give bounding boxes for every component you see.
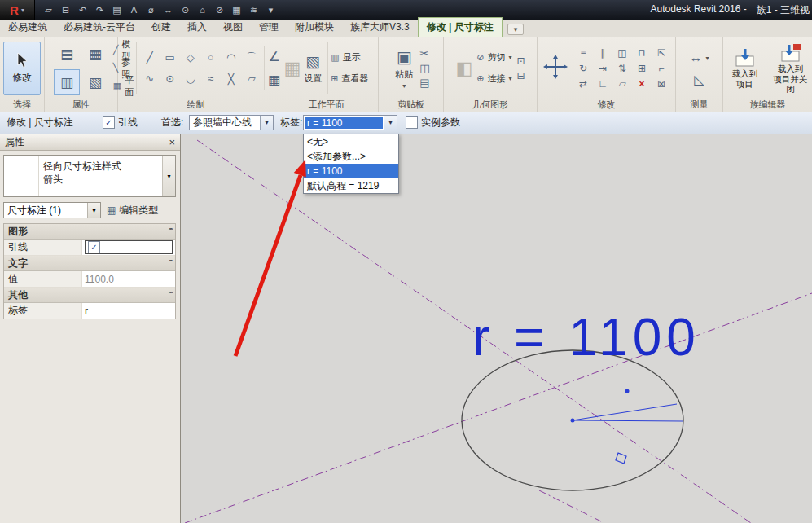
dropdown-option-none[interactable]: <无> [304,134,398,149]
panel-label-workplane[interactable]: 工作平面 [274,99,378,111]
section-graphics[interactable]: 图形 ˆˆ [4,224,175,240]
chevron-down-icon[interactable]: ▾ [384,116,397,130]
close-icon[interactable]: × [169,137,175,147]
chevron-down-icon[interactable]: ▾ [87,203,100,218]
tab-insert[interactable]: 插入 [179,18,215,37]
draw-line-button[interactable]: ╱ [139,47,160,68]
section-icon[interactable]: ⊘ [211,0,228,20]
draw-fillet-arc-button[interactable]: ≈ [200,68,221,90]
type-selector[interactable]: 径向尺寸标注样式 箭头 ▾ [3,155,176,197]
measure-icon[interactable]: ⌀ [143,0,160,20]
match-properties-icon[interactable]: ▤ [419,77,429,89]
trim-corner-button[interactable]: ∟ [593,76,612,91]
angle-measure-icon[interactable]: ◺ [694,72,704,87]
draw-polygon-button[interactable]: ◇ [180,47,200,68]
draw-circle-button[interactable]: ○ [200,47,221,68]
instance-parameter-checkbox[interactable] [406,116,418,129]
tab-biyi-cloud[interactable]: 必易建筑-云平台 [55,18,143,37]
section-other[interactable]: 其他 ˆˆ [4,288,175,303]
leader-checkbox[interactable]: ✓ [103,116,115,129]
visibility-settings-button[interactable]: ▧ [82,69,108,95]
draw-center-arc-button[interactable]: ⌒ [241,47,261,68]
unpin-button[interactable]: ⇄ [573,76,593,91]
element-filter-select[interactable]: 尺寸标注 (1) ▾ [3,202,101,218]
leader-option[interactable]: ✓ 引线 [103,112,138,133]
aligned-dimension-icon[interactable]: ↔ [160,0,177,20]
radius-dimension-line[interactable] [573,420,683,421]
panel-label-measure[interactable]: 测量 [676,99,722,111]
rotate-button[interactable]: ↻ [573,60,593,76]
tag-icon[interactable]: ⊙ [177,0,194,20]
align-button[interactable]: ≡ [573,45,593,60]
measure-tool-button[interactable]: ↔ ▾ [689,49,709,67]
trim-extend-button[interactable]: ⌐ [652,60,671,76]
customize-qat-icon[interactable]: ▾ [262,0,279,20]
set-workplane-button[interactable]: ▧ 设置 [301,52,325,85]
instance-parameter-option[interactable]: 实例参数 [406,112,460,133]
center-point-handle[interactable] [571,419,575,423]
draw-tangent-arc-button[interactable]: ◡ [180,68,200,90]
split-button[interactable]: ⊓ [632,45,652,60]
copy-button[interactable]: ⇥ [593,60,612,76]
panel-label-family-editor[interactable]: 族编辑器 [723,99,812,111]
collapse-icon[interactable]: ˆˆ [169,259,171,268]
application-menu-button[interactable]: R ▾ [0,0,35,20]
dropdown-option-add-parameter[interactable]: <添加参数...> [304,149,398,164]
copy-to-clipboard-icon[interactable]: ◫ [419,62,429,74]
text-icon[interactable]: A [125,0,143,20]
dropdown-option-r-1100[interactable]: r = 1100 [304,164,398,178]
ribbon-display-toggle[interactable]: ▾ [507,24,525,35]
delete-button[interactable]: × [632,76,652,91]
join-geometry-button[interactable]: ⊕ 连接 ▾ [476,70,511,88]
undo-icon[interactable]: ↶ [74,0,91,20]
tab-biyi-arch[interactable]: 必易建筑 [0,18,55,37]
dimension-drag-handle[interactable] [625,389,630,393]
drawing-area[interactable]: r = 1100 [181,134,812,523]
panel-label-modify[interactable]: 修改 [538,99,675,111]
family-types-button[interactable]: ▦ [82,41,108,67]
panel-label-clipboard[interactable]: 剪贴板 [379,99,443,111]
redo-icon[interactable]: ↷ [91,0,108,20]
leader-property-checkbox[interactable]: ✓ [88,241,100,253]
save-icon[interactable]: ⊟ [57,0,74,20]
modify-tool-button[interactable]: 修改 [3,42,41,95]
cut-geometry-button[interactable]: ⊘ 剪切 ▾ [476,49,511,67]
switch-windows-icon[interactable]: ≋ [245,0,262,20]
move-button[interactable] [542,55,569,82]
split-face-icon[interactable]: ⊟ [516,70,525,81]
tab-manage[interactable]: 管理 [251,18,287,37]
print-icon[interactable]: ▤ [108,0,125,20]
edit-type-button[interactable]: ▦ 编辑类型 [104,202,176,218]
pin-button[interactable]: ▱ [612,76,632,91]
draw-arc-button[interactable]: ◠ [221,47,241,68]
panel-label-select[interactable]: 选择 [0,99,44,111]
radius-leader-line[interactable] [573,404,677,420]
paste-button[interactable]: ▣ 粘贴 ▾ [392,47,416,90]
load-into-project-button[interactable]: 载入到 项目 [725,48,766,89]
default-3d-view-icon[interactable]: ⌂ [194,0,211,20]
load-into-project-and-close-button[interactable]: 载入到 项目并关闭 [770,43,811,94]
tab-view[interactable]: 视图 [215,18,251,37]
dropdown-option-default-elevation[interactable]: 默认高程 = 1219 [304,178,398,193]
cope-icon[interactable]: ⊡ [516,55,525,67]
leader-value-field[interactable]: ✓ [85,240,173,254]
collapse-icon[interactable]: ˆˆ [169,227,171,236]
chevron-down-icon[interactable]: ▾ [260,116,273,130]
panel-label-properties[interactable]: 属性 [45,99,117,111]
draw-ellipse-button[interactable]: ⊙ [160,68,180,90]
match-type-button[interactable]: ⊠ [652,76,671,91]
scale-button[interactable]: ⊞ [632,60,652,76]
tab-family-master[interactable]: 族库大师V3.3 [342,18,418,37]
label-parameter-glyph[interactable] [616,453,626,464]
section-text[interactable]: 文字 ˆˆ [4,256,175,271]
reference-plane-button[interactable]: ▦ 平面 [113,77,134,94]
show-workplane-button[interactable]: ▥ 显示 [331,49,368,67]
tag-field[interactable]: r [82,303,175,319]
viewer-button[interactable]: ⊞ 查看器 [331,70,368,88]
properties-palette-button[interactable]: ▤ [54,41,80,67]
tab-addins[interactable]: 附加模块 [287,18,342,37]
prefer-select[interactable]: 参照墙中心线 ▾ [189,115,274,130]
palette-title-bar[interactable]: 属性 × [0,134,180,151]
label-select[interactable]: r = 1100 ▾ [303,115,397,130]
cut-to-clipboard-icon[interactable]: ✂ [419,47,429,59]
